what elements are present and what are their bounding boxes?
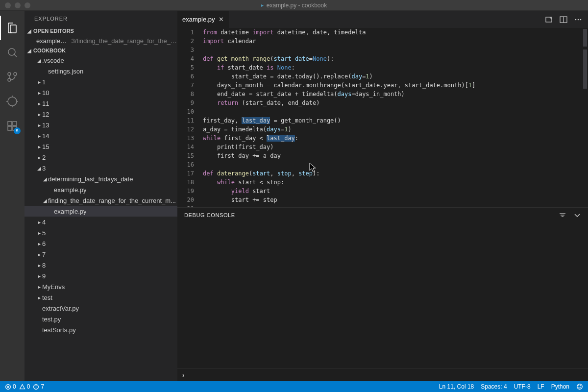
tab-example-py[interactable]: example.py ✕ (177, 11, 229, 28)
chevron-down-icon: ◢ (27, 48, 31, 53)
chevron-right-icon: › (182, 371, 184, 379)
extensions-icon[interactable]: 5 (0, 114, 24, 138)
folder-item[interactable]: ▸6 (24, 238, 177, 249)
tab-actions (545, 11, 588, 28)
debug-panel: DEBUG CONSOLE › (177, 207, 588, 381)
minimize-window[interactable] (15, 2, 21, 8)
minimap[interactable] (581, 28, 588, 207)
file-type-icon: ▸ (261, 2, 264, 8)
file-item[interactable]: test.py (24, 314, 177, 324)
svg-point-2 (14, 73, 17, 75)
svg-rect-11 (8, 126, 12, 130)
folder-item[interactable]: ▸7 (24, 249, 177, 260)
svg-rect-13 (13, 122, 17, 125)
code-content[interactable]: from datetime import datetime, date, tim… (203, 28, 588, 207)
svg-point-17 (575, 19, 577, 20)
folder-item[interactable]: ▸13 (24, 120, 177, 130)
editor-area: example.py ✕ 123456789101112131415161718… (177, 11, 588, 381)
window-title: ▸ example.py - cookbook (261, 2, 327, 9)
panel-body[interactable] (177, 222, 588, 368)
folder-item[interactable]: ◢finding_the_date_range_for_the_current_… (24, 195, 177, 206)
titlebar: ▸ example.py - cookbook (0, 0, 588, 11)
activity-bar: 5 (0, 11, 24, 381)
close-window[interactable] (5, 2, 11, 8)
file-item[interactable]: testSorts.py (24, 324, 177, 335)
svg-point-28 (36, 385, 36, 386)
folder-item[interactable]: ▸15 (24, 141, 177, 152)
file-item[interactable]: extractVar.py (24, 303, 177, 314)
svg-point-5 (8, 97, 17, 106)
panel-filter-icon[interactable] (559, 211, 566, 219)
folder-item[interactable]: ▸5 (24, 227, 177, 238)
search-icon[interactable] (0, 40, 24, 65)
panel-title[interactable]: DEBUG CONSOLE (184, 212, 235, 218)
open-editors-label: OPEN EDITORS (33, 28, 74, 34)
folder-item[interactable]: ▸9 (24, 270, 177, 281)
sidebar-title: EXPLORER (24, 11, 177, 26)
status-errors[interactable]: 0 (5, 383, 16, 390)
folder-item[interactable]: ▸1 (24, 76, 177, 87)
line-numbers: 123456789101112131415161718192021 (177, 28, 203, 207)
folder-item[interactable]: ▸2 (24, 152, 177, 163)
chevron-down-icon: ◢ (27, 28, 31, 34)
file-item[interactable]: settings.json (24, 66, 177, 76)
file-item[interactable]: example.py (24, 206, 177, 217)
status-eol[interactable]: LF (538, 383, 544, 390)
maximize-window[interactable] (24, 2, 30, 8)
folder-item[interactable]: ◢.vscode (24, 55, 177, 66)
status-spaces[interactable]: Spaces: 4 (481, 383, 507, 390)
workspace-header[interactable]: ◢ COOKBOOK (24, 46, 177, 55)
tab-bar: example.py ✕ (177, 11, 588, 28)
file-tree: ◢.vscodesettings.json▸1▸10▸11▸12▸13▸14▸1… (24, 55, 177, 381)
panel-header: DEBUG CONSOLE (177, 208, 588, 222)
main-area: 5 EXPLORER ◢ OPEN EDITORS example.py3/fi… (0, 11, 588, 381)
close-tab-icon[interactable]: ✕ (219, 16, 224, 23)
window-controls (0, 2, 30, 8)
svg-point-0 (8, 49, 15, 55)
window-title-text: example.py - cookbook (267, 2, 327, 9)
folder-item[interactable]: ▸12 (24, 109, 177, 120)
status-language[interactable]: Python (551, 383, 569, 390)
svg-point-30 (579, 386, 579, 386)
status-info-count: 7 (41, 383, 44, 390)
svg-line-1 (14, 54, 17, 57)
source-control-icon[interactable] (0, 65, 24, 89)
svg-point-29 (577, 384, 583, 390)
folder-item[interactable]: ▸10 (24, 87, 177, 98)
status-encoding[interactable]: UTF-8 (514, 383, 531, 390)
svg-point-18 (578, 19, 579, 20)
open-editor-item[interactable]: example.py3/finding_the_date_range_for_t… (24, 35, 177, 46)
open-editors-header[interactable]: ◢ OPEN EDITORS (24, 26, 177, 35)
svg-point-4 (8, 73, 11, 75)
file-item[interactable]: example.py (24, 184, 177, 195)
svg-rect-10 (8, 122, 12, 125)
open-changes-icon[interactable] (545, 16, 553, 24)
status-feedback-icon[interactable] (576, 383, 583, 390)
explorer-icon[interactable] (0, 16, 24, 40)
workspace-label: COOKBOOK (33, 48, 66, 53)
panel-input[interactable]: › (177, 368, 588, 381)
folder-item[interactable]: ◢determining_last_fridays_date (24, 173, 177, 184)
editor[interactable]: 123456789101112131415161718192021 from d… (177, 28, 588, 207)
panel-collapse-icon[interactable] (573, 211, 581, 219)
more-actions-icon[interactable] (574, 16, 582, 24)
status-cursor[interactable]: Ln 11, Col 18 (439, 383, 474, 390)
svg-point-19 (580, 19, 582, 20)
status-info[interactable]: 7 (33, 383, 44, 390)
folder-item[interactable]: ◢3 (24, 163, 177, 173)
status-warnings[interactable]: 0 (19, 383, 30, 390)
folder-item[interactable]: ▸8 (24, 260, 177, 270)
folder-item[interactable]: ▸MyEnvs (24, 281, 177, 292)
split-editor-icon[interactable] (560, 16, 567, 24)
folder-item[interactable]: ▸14 (24, 130, 177, 141)
status-errors-count: 0 (13, 383, 16, 390)
folder-item[interactable]: ▸test (24, 292, 177, 303)
debug-icon[interactable] (0, 89, 24, 114)
svg-point-3 (8, 78, 11, 81)
open-editors-list: example.py3/finding_the_date_range_for_t… (24, 35, 177, 46)
folder-item[interactable]: ▸4 (24, 217, 177, 227)
sidebar: EXPLORER ◢ OPEN EDITORS example.py3/find… (24, 11, 177, 381)
tab-label: example.py (182, 16, 215, 23)
folder-item[interactable]: ▸11 (24, 98, 177, 109)
statusbar: 0 0 7 Ln 11, Col 18 Spaces: 4 UTF-8 LF P… (0, 381, 588, 392)
